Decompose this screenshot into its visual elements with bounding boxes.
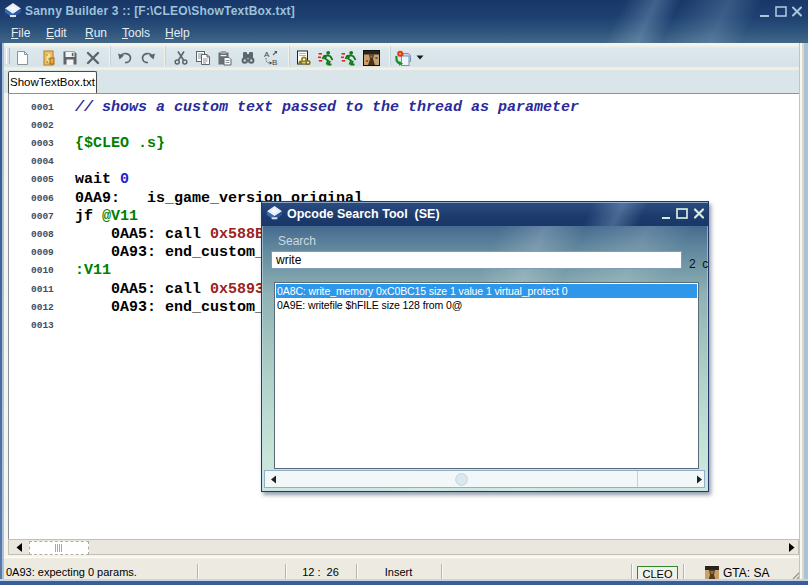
svg-text:B: B (272, 58, 277, 66)
svg-text:A: A (264, 50, 270, 59)
